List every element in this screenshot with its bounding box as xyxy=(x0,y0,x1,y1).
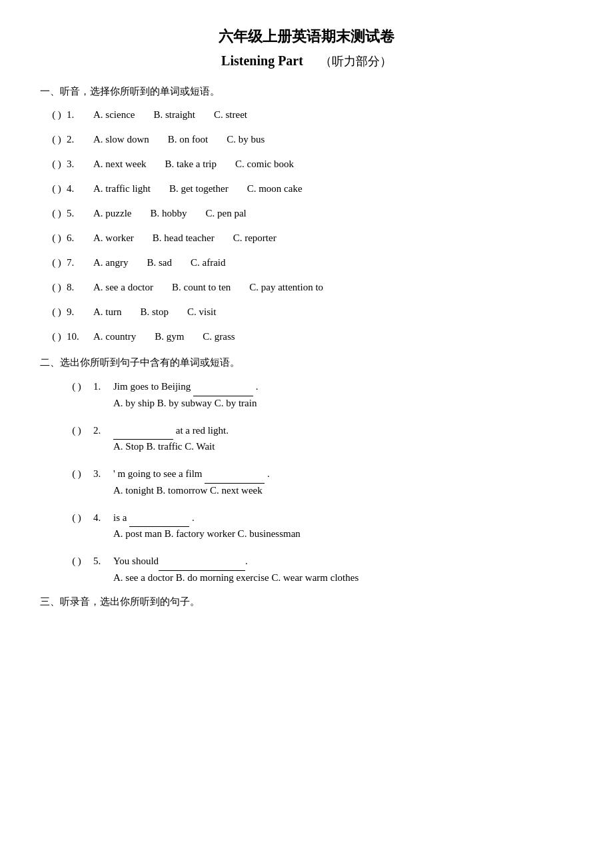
question-options: A. turnB. stopC. visit xyxy=(93,303,216,321)
subtitle: Listening Part （听力部分） xyxy=(40,53,573,69)
answer-options: A. post man B. factory worker C. busines… xyxy=(40,528,573,540)
question-row: ( )8.A. see a doctorB. count to tenC. pa… xyxy=(40,278,573,296)
answer-options: A. see a doctor B. do morning exercise C… xyxy=(40,572,573,584)
option: C. pen pal xyxy=(206,205,247,222)
sub-question-number: 5. xyxy=(93,552,113,571)
question-options: A. countryB. gymC. grass xyxy=(93,328,235,346)
fill-blank xyxy=(113,439,173,440)
question-options: A. slow downB. on footC. by bus xyxy=(93,131,265,149)
option: A. science xyxy=(93,106,135,124)
option: B. count to ten xyxy=(172,278,231,296)
answer-paren: ( ) xyxy=(47,180,67,198)
question-options: A. see a doctorB. count to tenC. pay att… xyxy=(93,278,323,296)
option: A. turn xyxy=(93,303,122,321)
option: B. on foot xyxy=(168,131,208,149)
subtitle-en: Listening Part xyxy=(221,53,303,68)
sub-question-number: 3. xyxy=(93,464,113,484)
option: B. sad xyxy=(147,254,173,272)
option: C. street xyxy=(214,106,247,124)
question-row: ( )6.A. workerB. head teacherC. reporter xyxy=(40,229,573,247)
question-number: 3. xyxy=(67,155,93,173)
question-options: A. traffic lightB. get togetherC. moon c… xyxy=(93,180,303,198)
answer-options: A. by ship B. by subway C. by train xyxy=(40,398,573,409)
sub-question-number: 1. xyxy=(93,377,113,396)
option: A. puzzle xyxy=(93,205,131,222)
question-options: A. scienceB. straightC. street xyxy=(93,106,247,124)
option: A. angry xyxy=(93,254,129,272)
questions-list: ( )1.A. scienceB. straightC. street( )2.… xyxy=(40,106,573,346)
sub-question-number: 4. xyxy=(93,508,113,528)
option: A. traffic light xyxy=(93,180,151,198)
answer-paren: ( ) xyxy=(60,377,93,396)
answer-paren: ( ) xyxy=(47,229,67,247)
answer-paren: ( ) xyxy=(47,328,67,346)
option: A. country xyxy=(93,328,136,346)
sub-question-wrap: ( )2. at a red light.A. Stop B. traffic … xyxy=(40,421,573,453)
section3-title: 三、听录音，选出你所听到的句子。 xyxy=(40,596,573,608)
sub-question-wrap: ( )3.' m going to see a film .A. tonight… xyxy=(40,464,573,496)
answer-paren: ( ) xyxy=(47,303,67,321)
page-title: 六年级上册英语期末测试卷 xyxy=(40,27,573,47)
option: B. take a trip xyxy=(165,155,217,173)
answer-paren: ( ) xyxy=(47,254,67,272)
option: C. pay attention to xyxy=(249,278,323,296)
sub-question-text: is a . xyxy=(113,508,195,528)
sub-question-text: at a red light. xyxy=(113,421,229,440)
option: C. comic book xyxy=(235,155,294,173)
answer-paren: ( ) xyxy=(47,106,67,124)
question-number: 2. xyxy=(67,131,93,149)
option: C. moon cake xyxy=(247,180,303,198)
sub-question-wrap: ( )5.You should.A. see a doctor B. do mo… xyxy=(40,552,573,584)
option: B. get together xyxy=(169,180,229,198)
option: A. worker xyxy=(93,229,134,247)
fill-blank xyxy=(205,483,265,484)
option: B. stop xyxy=(141,303,169,321)
option: B. straight xyxy=(153,106,195,124)
question-row: ( )10.A. countryB. gymC. grass xyxy=(40,328,573,346)
question-number: 1. xyxy=(67,106,93,124)
option: C. grass xyxy=(203,328,235,346)
answer-paren: ( ) xyxy=(47,205,67,222)
option: A. next week xyxy=(93,155,147,173)
question-number: 9. xyxy=(67,303,93,321)
question-row: ( )5.A. puzzleB. hobbyC. pen pal xyxy=(40,205,573,222)
option: C. afraid xyxy=(191,254,225,272)
question-row: ( )3.A. next weekB. take a tripC. comic … xyxy=(40,155,573,173)
sub-question-text: ' m going to see a film . xyxy=(113,464,270,484)
question-row: ( )9.A. turnB. stopC. visit xyxy=(40,303,573,321)
answer-paren: ( ) xyxy=(47,278,67,296)
option: A. see a doctor xyxy=(93,278,153,296)
option: B. head teacher xyxy=(153,229,215,247)
question-row: ( )7.A. angryB. sadC. afraid xyxy=(40,254,573,272)
question-options: A. puzzleB. hobbyC. pen pal xyxy=(93,205,247,222)
subtitle-cn: （听力部分） xyxy=(320,55,392,68)
fill-blank xyxy=(159,570,245,571)
sub-question-text: Jim goes to Beijing . xyxy=(113,377,259,396)
option: C. visit xyxy=(187,303,216,321)
answer-paren: ( ) xyxy=(60,464,93,484)
answer-options: A. Stop B. traffic C. Wait xyxy=(40,441,573,452)
question-options: A. angryB. sadC. afraid xyxy=(93,254,225,272)
section2-title: 二、选出你所听到句子中含有的单词或短语。 xyxy=(40,356,573,369)
answer-paren: ( ) xyxy=(60,508,93,528)
question-number: 5. xyxy=(67,205,93,222)
answer-options: A. tonight B. tomorrow C. next week xyxy=(40,485,573,496)
fill-blank xyxy=(129,526,189,527)
option: A. slow down xyxy=(93,131,149,149)
question-row: ( )2.A. slow downB. on footC. by bus xyxy=(40,131,573,149)
sub-question-wrap: ( )1.Jim goes to Beijing .A. by ship B. … xyxy=(40,377,573,409)
section1-title: 一、听音，选择你所听到的单词或短语。 xyxy=(40,85,573,98)
question-row: ( )4.A. traffic lightB. get togetherC. m… xyxy=(40,180,573,198)
answer-paren: ( ) xyxy=(47,131,67,149)
question-number: 6. xyxy=(67,229,93,247)
fill-blank xyxy=(193,396,253,396)
option: B. gym xyxy=(155,328,184,346)
option: C. by bus xyxy=(227,131,265,149)
answer-paren: ( ) xyxy=(47,155,67,173)
option: C. reporter xyxy=(233,229,277,247)
question-row: ( )1.A. scienceB. straightC. street xyxy=(40,106,573,124)
question-number: 8. xyxy=(67,278,93,296)
question-number: 4. xyxy=(67,180,93,198)
question-options: A. next weekB. take a tripC. comic book xyxy=(93,155,294,173)
question-number: 7. xyxy=(67,254,93,272)
